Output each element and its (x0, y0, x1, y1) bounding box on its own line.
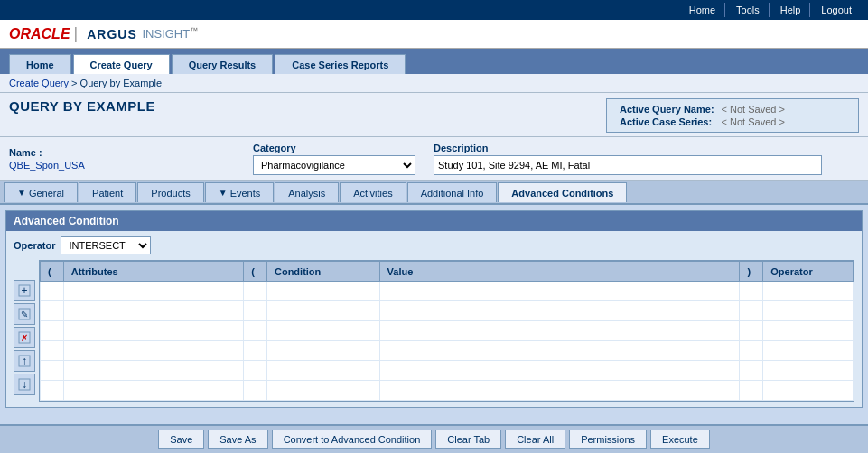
tab-activities[interactable]: Activities (340, 182, 406, 202)
tab-events[interactable]: ▼ Events (205, 182, 275, 202)
main-tab-query-results[interactable]: Query Results (172, 54, 274, 74)
empty-row (41, 301, 854, 321)
tab-analysis[interactable]: Analysis (275, 182, 339, 202)
empty-row (41, 282, 854, 301)
logo-bar: ORACLE | ARGUS INSIGHT™ (0, 20, 868, 49)
active-query-name-value: < Not Saved > (718, 103, 789, 116)
category-select[interactable]: Pharmacovigilance (253, 155, 415, 175)
execute-button[interactable]: Execute (650, 430, 710, 449)
move-up-button[interactable]: ↑ (14, 350, 35, 372)
main-tab-create-query[interactable]: Create Query (73, 54, 170, 74)
logo-separator: | (74, 24, 79, 43)
page-title: QUERY BY EXAMPLE (9, 98, 155, 114)
svg-text:↑: ↑ (22, 355, 27, 367)
tab-additional-info[interactable]: Additional Info (407, 182, 498, 202)
svg-text:+: + (21, 284, 27, 297)
edit-icon: ✎ (17, 307, 32, 321)
description-label: Description (434, 143, 859, 153)
edit-condition-button[interactable]: ✎ (14, 303, 35, 325)
breadcrumb: Create Query > Query by Example (0, 74, 868, 93)
svg-text:✎: ✎ (21, 310, 28, 319)
operator-select[interactable]: INTERSECT UNION MINUS (61, 236, 151, 254)
bottom-toolbar: Save Save As Convert to Advanced Conditi… (0, 424, 868, 453)
active-case-series-label: Active Case Series: (616, 116, 718, 128)
empty-row (41, 361, 854, 381)
col-open-paren: ( (41, 262, 64, 282)
breadcrumb-create-query[interactable]: Create Query (9, 78, 69, 88)
tab-general[interactable]: ▼ General (4, 182, 78, 202)
general-icon: ▼ (17, 188, 26, 198)
empty-row (41, 321, 854, 341)
empty-row (41, 381, 854, 401)
sub-tabs: ▼ General Patient Products ▼ Events Anal… (0, 181, 868, 205)
breadcrumb-separator: > (71, 78, 79, 88)
save-button[interactable]: Save (158, 430, 204, 449)
advanced-condition-body: Operator INTERSECT UNION MINUS + ✎ (6, 231, 862, 407)
delete-condition-button[interactable]: ✗ (14, 327, 35, 348)
nav-help[interactable]: Help (771, 3, 811, 17)
clear-tab-button[interactable]: Clear Tab (435, 430, 501, 449)
col-close-paren: ) (740, 262, 763, 282)
advanced-condition-panel: Advanced Condition Operator INTERSECT UN… (5, 210, 863, 408)
delete-icon: ✗ (17, 330, 32, 345)
content-area: Advanced Condition Operator INTERSECT UN… (0, 205, 868, 439)
main-navigation: Home Create Query Query Results Case Ser… (0, 49, 868, 74)
active-query-name-label: Active Query Name: (616, 103, 718, 116)
operator-label: Operator (14, 240, 55, 251)
breadcrumb-current: Query by Example (80, 78, 162, 88)
argus-text: ARGUS (87, 27, 137, 42)
move-down-button[interactable]: ↓ (14, 374, 35, 395)
top-navigation: Home Tools Help Logout (0, 0, 868, 20)
main-tab-home[interactable]: Home (9, 54, 71, 74)
main-tab-case-series[interactable]: Case Series Reports (275, 54, 406, 74)
advanced-condition-header: Advanced Condition (6, 211, 862, 231)
svg-text:↓: ↓ (22, 378, 27, 391)
add-icon: + (17, 283, 32, 298)
clear-all-button[interactable]: Clear All (505, 430, 565, 449)
oracle-logo: ORACLE (9, 26, 70, 42)
action-buttons: + ✎ ✗ ↑ ↓ (14, 260, 35, 402)
tab-advanced-conditions[interactable]: Advanced Conditions (498, 182, 627, 202)
move-up-icon: ↑ (17, 354, 32, 368)
insight-text: INSIGHT™ (139, 26, 198, 41)
col-value: Value (379, 262, 740, 282)
condition-table: ( Attributes ( Condition Value ) Operato… (39, 260, 854, 402)
name-label: Name : (9, 147, 190, 158)
save-as-button[interactable]: Save As (208, 430, 267, 449)
active-case-series-value: < Not Saved > (718, 116, 789, 128)
add-condition-button[interactable]: + (14, 280, 35, 301)
events-icon: ▼ (219, 188, 228, 198)
name-value: QBE_Spon_USA (9, 160, 190, 171)
page-header: QUERY BY EXAMPLE Active Query Name: < No… (0, 93, 868, 137)
form-section: Name : QBE_Spon_USA Category Pharmacovig… (0, 137, 868, 181)
svg-text:✗: ✗ (21, 333, 28, 343)
nav-logout[interactable]: Logout (812, 3, 861, 17)
operator-row: Operator INTERSECT UNION MINUS (14, 236, 854, 254)
condition-table-area: + ✎ ✗ ↑ ↓ (14, 260, 854, 402)
tab-products[interactable]: Products (137, 182, 203, 202)
col-operator: Operator (763, 262, 854, 282)
col-condition: Condition (266, 262, 379, 282)
move-down-icon: ↓ (17, 377, 32, 392)
empty-row (41, 341, 854, 361)
category-label: Category (253, 143, 415, 153)
col-attributes: Attributes (63, 262, 243, 282)
col-open-paren2: ( (244, 262, 267, 282)
convert-advanced-button[interactable]: Convert to Advanced Condition (272, 430, 433, 449)
table-container: ( Attributes ( Condition Value ) Operato… (39, 260, 854, 402)
tab-patient[interactable]: Patient (79, 182, 136, 202)
description-input[interactable] (434, 155, 822, 175)
table-scroll[interactable]: ( Attributes ( Condition Value ) Operato… (40, 261, 854, 401)
nav-tools[interactable]: Tools (727, 3, 770, 17)
nav-home[interactable]: Home (680, 3, 725, 17)
active-query-box: Active Query Name: < Not Saved > Active … (606, 98, 859, 133)
permissions-button[interactable]: Permissions (569, 430, 647, 449)
